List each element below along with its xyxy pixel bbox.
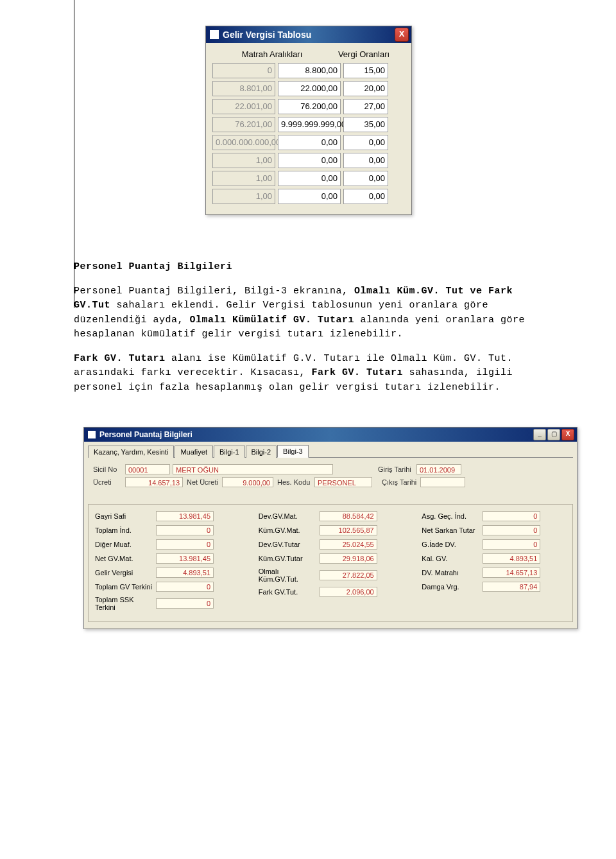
detail-value[interactable]: 0 bbox=[156, 525, 214, 535]
detail-row: Net GV.Mat.13.981,45 bbox=[95, 553, 239, 564]
field-name[interactable]: MERT OĞUN bbox=[173, 464, 333, 474]
detail-value[interactable]: 27.822,05 bbox=[320, 570, 377, 580]
tax-rate[interactable]: 27,00 bbox=[343, 99, 388, 114]
document-text: Personel Puantaj Bilgileri Personel Puan… bbox=[74, 260, 542, 395]
tax-rate[interactable]: 0,00 bbox=[343, 189, 388, 204]
tax-table-titlebar: Gelir Vergisi Tablosu X bbox=[206, 26, 411, 43]
tax-row: 0.000.000.000,000,000,00 bbox=[212, 135, 405, 150]
tax-to[interactable]: 76.200,00 bbox=[278, 99, 341, 114]
tab-kazan-yard-m-kesinti[interactable]: Kazanç, Yardım, Kesinti bbox=[88, 446, 174, 458]
tax-from: 0.000.000.000,00 bbox=[212, 135, 275, 150]
field-cikis[interactable] bbox=[420, 477, 465, 487]
detail-column: Dev.GV.Mat.88.584,42Küm.GV.Mat.102.565,8… bbox=[259, 511, 403, 615]
header-matrah: Matrah Aralıkları bbox=[212, 49, 332, 59]
detail-label: G.İade DV. bbox=[422, 541, 483, 548]
detail-row: Dev.GV.Mat.88.584,42 bbox=[259, 511, 403, 521]
detail-value[interactable]: 14.657,13 bbox=[483, 568, 540, 578]
tax-rate[interactable]: 0,00 bbox=[343, 135, 388, 150]
detail-value[interactable]: 4.893,51 bbox=[156, 568, 214, 578]
detail-value[interactable]: 0 bbox=[483, 511, 540, 521]
detail-label: Toplam İnd. bbox=[95, 526, 156, 534]
tax-to[interactable]: 0,00 bbox=[278, 189, 341, 204]
detail-label: Gelir Vergisi bbox=[95, 569, 156, 577]
personnel-titlebar: Personel Puantaj Bilgileri _ ▢ X bbox=[84, 428, 577, 442]
detail-label: Gayri Safi bbox=[95, 512, 156, 520]
tab-muafiyet[interactable]: Muafiyet bbox=[175, 446, 213, 458]
app-icon bbox=[210, 30, 219, 39]
tax-table-body: Matrah Aralıkları Vergi Oranları 08.800,… bbox=[206, 43, 411, 214]
detail-value[interactable]: 88.584,42 bbox=[320, 511, 377, 521]
detail-label: Diğer Muaf. bbox=[95, 541, 156, 548]
tax-rate[interactable]: 0,00 bbox=[343, 153, 388, 168]
lbl-ucreti: Ücreti bbox=[93, 478, 125, 486]
tax-row: 1,000,000,00 bbox=[212, 171, 405, 186]
tax-row: 1,000,000,00 bbox=[212, 153, 405, 168]
detail-value[interactable]: 2.096,00 bbox=[320, 587, 377, 597]
detail-label: Dev.GV.Mat. bbox=[259, 512, 320, 520]
detail-row: Kal. GV.4.893,51 bbox=[422, 553, 566, 564]
field-netucreti[interactable]: 9.000,00 bbox=[222, 477, 273, 487]
tax-from: 1,00 bbox=[212, 171, 275, 186]
detail-value[interactable]: 102.565,87 bbox=[320, 525, 377, 535]
tax-to[interactable]: 9.999.999.999,00 bbox=[278, 117, 341, 132]
tax-from: 8.801,00 bbox=[212, 81, 275, 96]
detail-value[interactable]: 13.981,45 bbox=[156, 553, 214, 564]
tax-rate[interactable]: 15,00 bbox=[343, 63, 388, 78]
detail-value[interactable]: 0 bbox=[156, 539, 214, 550]
detail-value[interactable]: 0 bbox=[483, 539, 540, 550]
field-ucreti[interactable]: 14.657,13 bbox=[125, 477, 183, 487]
detail-label: Net GV.Mat. bbox=[95, 555, 156, 562]
detail-row: DV. Matrahı14.657,13 bbox=[422, 568, 566, 578]
detail-value[interactable]: 29.918,06 bbox=[320, 553, 377, 564]
detail-label: Toplam GV Terkini bbox=[95, 583, 156, 591]
field-heskodu[interactable]: PERSONEL bbox=[314, 477, 372, 487]
tax-to[interactable]: 0,00 bbox=[278, 153, 341, 168]
tax-to[interactable]: 0,00 bbox=[278, 135, 341, 150]
tax-rate[interactable]: 35,00 bbox=[343, 117, 388, 132]
detail-label: Dev.GV.Tutar bbox=[259, 541, 320, 548]
detail-column: Asg. Geç. İnd.0Net Sarkan Tutar0G.İade D… bbox=[422, 511, 566, 615]
close-icon[interactable]: X bbox=[561, 429, 574, 440]
tax-to[interactable]: 22.000,00 bbox=[278, 81, 341, 96]
detail-row: Toplam SSK Terkini0 bbox=[95, 596, 239, 611]
details-panel: Gayri Safi13.981,45Toplam İnd.0Diğer Mua… bbox=[88, 504, 573, 622]
maximize-icon[interactable]: ▢ bbox=[547, 429, 560, 440]
detail-row: Fark GV.Tut.2.096,00 bbox=[259, 587, 403, 597]
tax-row: 8.801,0022.000,0020,00 bbox=[212, 81, 405, 96]
tax-to[interactable]: 8.800,00 bbox=[278, 63, 341, 78]
lbl-cikis: Çıkış Tarihi bbox=[382, 478, 420, 486]
detail-value[interactable]: 25.024,55 bbox=[320, 539, 377, 550]
tab-bilgi-1[interactable]: Bilgi-1 bbox=[214, 446, 245, 458]
field-giris[interactable]: 01.01.2009 bbox=[416, 464, 461, 474]
tax-to[interactable]: 0,00 bbox=[278, 171, 341, 186]
tax-from: 1,00 bbox=[212, 153, 275, 168]
detail-value[interactable]: 0 bbox=[156, 598, 214, 609]
close-icon[interactable]: X bbox=[395, 28, 409, 42]
detail-value[interactable]: 87,94 bbox=[483, 582, 540, 592]
tab-bilgi-3[interactable]: Bilgi-3 bbox=[277, 445, 309, 458]
tab-bilgi-2[interactable]: Bilgi-2 bbox=[246, 446, 277, 458]
detail-row: Olmalı Küm.GV.Tut.27.822,05 bbox=[259, 568, 403, 583]
tax-rate[interactable]: 0,00 bbox=[343, 171, 388, 186]
doc-heading: Personel Puantaj Bilgileri bbox=[74, 260, 542, 275]
detail-label: Net Sarkan Tutar bbox=[422, 526, 483, 534]
field-sicilno[interactable]: 00001 bbox=[125, 464, 170, 474]
header-oran: Vergi Oranları bbox=[332, 49, 396, 59]
detail-value[interactable]: 0 bbox=[483, 525, 540, 535]
lbl-neturcreti: Net Ücreti bbox=[187, 478, 222, 486]
detail-row: G.İade DV.0 bbox=[422, 539, 566, 550]
tax-from: 22.001,00 bbox=[212, 99, 275, 114]
detail-row: Dev.GV.Tutar25.024,55 bbox=[259, 539, 403, 550]
tax-rate[interactable]: 20,00 bbox=[343, 81, 388, 96]
tax-from: 0 bbox=[212, 63, 275, 78]
detail-row: Damga Vrg.87,94 bbox=[422, 582, 566, 592]
minimize-icon[interactable]: _ bbox=[533, 429, 546, 440]
detail-label: Olmalı Küm.GV.Tut. bbox=[259, 568, 320, 583]
detail-row: Toplam İnd.0 bbox=[95, 525, 239, 535]
detail-value[interactable]: 4.893,51 bbox=[483, 553, 540, 564]
tax-row: 76.201,009.999.999.999,0035,00 bbox=[212, 117, 405, 132]
detail-value[interactable]: 0 bbox=[156, 582, 214, 592]
lbl-giris: Giriş Tarihi bbox=[378, 465, 416, 473]
detail-value[interactable]: 13.981,45 bbox=[156, 511, 214, 521]
personnel-dialog: Personel Puantaj Bilgileri _ ▢ X Kazanç,… bbox=[83, 427, 578, 629]
